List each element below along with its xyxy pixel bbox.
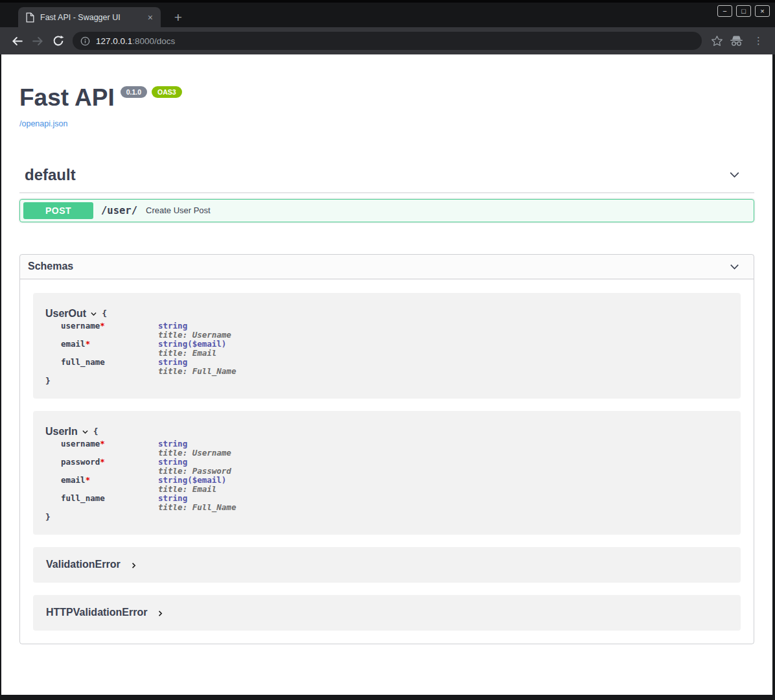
model-title-row[interactable]: UserIn { <box>45 426 728 438</box>
property-type: string <box>158 458 236 467</box>
required-star: * <box>86 339 91 349</box>
property-row: full_name string title: Full_Name <box>61 358 236 376</box>
minimize-button[interactable]: − <box>717 5 732 17</box>
openapi-spec-link[interactable]: /openapi.json <box>19 119 67 128</box>
incognito-icon <box>730 35 743 47</box>
chevron-down-icon[interactable] <box>728 168 741 181</box>
endpoint-path: /user/ <box>101 205 137 216</box>
property-title: title: Password <box>158 467 236 476</box>
url-host: 127.0.0.1 <box>96 36 132 46</box>
property-name: email <box>61 339 86 349</box>
tab-title: Fast API - Swagger UI <box>40 13 145 22</box>
page-content: Fast API 0.1.0 OAS3 /openapi.json defaul… <box>1 54 772 695</box>
property-type: string <box>158 321 236 331</box>
tab-close-icon[interactable]: × <box>145 12 156 23</box>
close-brace: } <box>45 512 728 522</box>
forward-icon[interactable] <box>27 30 48 51</box>
schemas-label: Schemas <box>28 261 73 272</box>
window-controls: − □ × <box>717 5 770 17</box>
model-userin: UserIn { username* string title: Usernam… <box>33 411 741 535</box>
site-info-icon[interactable] <box>80 36 90 46</box>
chevron-right-icon[interactable] <box>156 609 165 618</box>
endpoint-summary: Create User Post <box>146 205 211 215</box>
property-name: email <box>61 475 86 485</box>
property-title: title: Full_Name <box>158 503 236 512</box>
required-star: * <box>86 475 91 485</box>
property-title: title: Email <box>158 349 236 358</box>
property-name: password <box>61 457 100 467</box>
endpoint-post-user[interactable]: POST /user/ Create User Post <box>19 199 754 222</box>
open-brace: { <box>102 309 107 318</box>
bookmark-star-icon[interactable] <box>711 35 723 47</box>
property-row: email* string($email) title: Email <box>61 340 236 358</box>
reload-icon[interactable] <box>48 30 69 51</box>
property-type: string <box>158 439 236 449</box>
model-httpvalidationerror[interactable]: HTTPValidationError <box>33 595 741 631</box>
property-title: title: Username <box>158 449 236 458</box>
property-type: string <box>158 494 236 503</box>
model-name: UserIn <box>45 426 78 438</box>
property-type: string($email) <box>158 340 236 349</box>
close-brace: } <box>45 376 728 386</box>
model-userout: UserOut { username* string title: Userna… <box>33 293 741 399</box>
url-path: :8000/docs <box>132 36 175 46</box>
tag-section-default[interactable]: default <box>19 166 754 193</box>
maximize-button[interactable]: □ <box>736 5 751 17</box>
close-window-button[interactable]: × <box>755 5 770 17</box>
property-title: title: Username <box>158 331 236 340</box>
chevron-down-icon[interactable] <box>728 261 741 273</box>
tag-label: default <box>25 166 76 184</box>
property-title: title: Email <box>158 485 236 494</box>
property-row: full_name string title: Full_Name <box>61 494 236 512</box>
schemas-header[interactable]: Schemas <box>20 255 754 279</box>
property-title: title: Full_Name <box>158 367 236 376</box>
property-row: password* string title: Password <box>61 458 236 476</box>
property-type: string <box>158 358 236 367</box>
chevron-right-icon[interactable] <box>130 561 138 570</box>
api-info: Fast API 0.1.0 OAS3 /openapi.json <box>19 86 754 129</box>
property-name: username <box>61 439 100 449</box>
required-star: * <box>100 457 105 467</box>
new-tab-button[interactable]: + <box>170 10 187 25</box>
menu-kebab-icon[interactable]: ⋮ <box>750 35 767 47</box>
post-method-badge: POST <box>23 202 93 219</box>
model-name: UserOut <box>45 308 86 320</box>
chevron-down-icon[interactable] <box>89 310 98 318</box>
version-badge: 0.1.0 <box>121 86 147 98</box>
model-title-row[interactable]: UserOut { <box>45 308 728 320</box>
url-bar[interactable]: 127.0.0.1:8000/docs <box>73 32 702 50</box>
required-star: * <box>100 321 105 331</box>
back-icon[interactable] <box>6 30 27 51</box>
chevron-down-icon[interactable] <box>81 428 89 436</box>
model-name: HTTPValidationError <box>46 607 147 618</box>
property-name: username <box>61 321 100 331</box>
open-brace: { <box>93 426 98 436</box>
property-row: username* string title: Username <box>61 439 236 458</box>
browser-toolbar: 127.0.0.1:8000/docs ⋮ <box>0 27 775 54</box>
property-name: full_name <box>61 357 105 367</box>
url-text: 127.0.0.1:8000/docs <box>96 36 175 46</box>
model-name: ValidationError <box>46 559 121 570</box>
property-type: string($email) <box>158 476 236 485</box>
page-file-icon <box>26 12 34 23</box>
property-row: email* string($email) title: Email <box>61 476 236 494</box>
oas3-badge: OAS3 <box>152 86 182 98</box>
property-row: username* string title: Username <box>61 321 236 340</box>
schemas-section: Schemas UserOut { <box>19 254 754 644</box>
page-title: Fast API <box>19 86 115 111</box>
property-name: full_name <box>61 493 105 503</box>
model-validationerror[interactable]: ValidationError <box>33 547 741 583</box>
required-star: * <box>100 439 105 449</box>
browser-tab[interactable]: Fast API - Swagger UI × <box>18 7 161 27</box>
browser-titlebar: − □ × Fast API - Swagger UI × + <box>0 0 775 27</box>
